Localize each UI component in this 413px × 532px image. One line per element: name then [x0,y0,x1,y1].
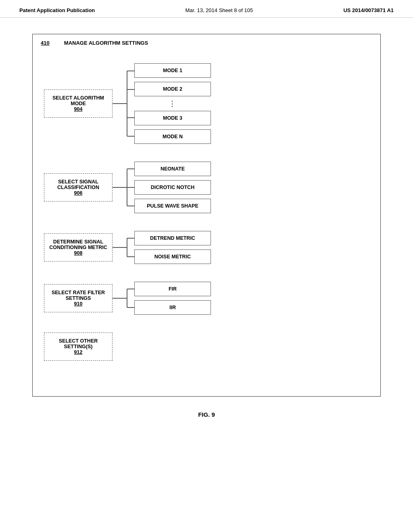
right-boxes-906: NEONATEDICROTIC NOTCHPULSE WAVE SHAPE [134,162,211,213]
connector-group-904: MODE 1MODE 2⋮MODE 3MODE N [113,63,211,144]
dots-row-904: ⋮ [134,99,211,108]
right-box-noise-metric: NOISE METRIC [134,249,211,264]
right-box-mode-3: MODE 3 [134,111,211,125]
left-box-904: SELECT ALGORITHMMODE904 [44,89,113,118]
connector-svg-906 [113,162,134,213]
section-912: SELECT OTHERSETTING(S)912 [44,332,369,361]
right-box-neonate: NEONATE [134,162,211,176]
left-box-ref-904: 904 [74,106,83,112]
right-box-iir: IIR [134,300,211,315]
right-box-detrend-metric: DETREND METRIC [134,231,211,245]
right-box-dicrotic-notch: DICROTIC NOTCH [134,180,211,195]
left-box-ref-910: 910 [74,301,83,307]
header-right: US 2014/0073871 A1 [343,7,394,13]
section-910: SELECT RATE FILTERSETTINGS910FIRIIR [44,282,369,315]
header-center: Mar. 13, 2014 Sheet 8 of 105 [186,7,253,13]
diagram-label: 410 MANAGE ALGORITHM SETTINGS [41,40,148,46]
left-box-906: SELECT SIGNALCLASSIFICATION906 [44,173,113,202]
right-box-pulse-wave-shape: PULSE WAVE SHAPE [134,199,211,213]
diagram-ref: 410 [41,40,50,46]
right-box-mode-n: MODE N [134,129,211,144]
right-box-fir: FIR [134,282,211,296]
left-box-ref-906: 906 [74,190,83,196]
diagram-outer: 410 MANAGE ALGORITHM SETTINGS SELECT ALG… [32,34,381,397]
section-904: SELECT ALGORITHMMODE904MODE 1MODE 2⋮MODE… [44,63,369,144]
sections-container: SELECT ALGORITHMMODE904MODE 1MODE 2⋮MODE… [44,63,369,378]
right-box-mode-2: MODE 2 [134,82,211,96]
left-box-912: SELECT OTHERSETTING(S)912 [44,332,113,361]
figure-caption: FIG. 9 [32,411,381,418]
connector-svg-904 [113,64,134,143]
header-left: Patent Application Publication [19,7,95,13]
left-box-908: DETERMINE SIGNALCONDITIONING METRIC908 [44,233,113,262]
diagram-title-inline: MANAGE ALGORITHM SETTINGS [64,40,148,46]
left-box-ref-912: 912 [74,349,83,355]
right-boxes-908: DETREND METRICNOISE METRIC [134,231,211,264]
connector-group-910: FIRIIR [113,282,211,315]
right-boxes-904: MODE 1MODE 2⋮MODE 3MODE N [134,63,211,144]
right-box-mode-1: MODE 1 [134,63,211,78]
connector-svg-908 [113,231,134,264]
section-908: DETERMINE SIGNALCONDITIONING METRIC908DE… [44,231,369,264]
section-906: SELECT SIGNALCLASSIFICATION906NEONATEDIC… [44,162,369,213]
connector-group-906: NEONATEDICROTIC NOTCHPULSE WAVE SHAPE [113,162,211,213]
left-box-ref-908: 908 [74,250,83,256]
connector-group-908: DETREND METRICNOISE METRIC [113,231,211,264]
left-box-910: SELECT RATE FILTERSETTINGS910 [44,284,113,312]
connector-svg-910 [113,282,134,315]
main-content: 410 MANAGE ALGORITHM SETTINGS SELECT ALG… [0,18,413,434]
page-header: Patent Application Publication Mar. 13, … [0,0,413,18]
right-boxes-910: FIRIIR [134,282,211,315]
